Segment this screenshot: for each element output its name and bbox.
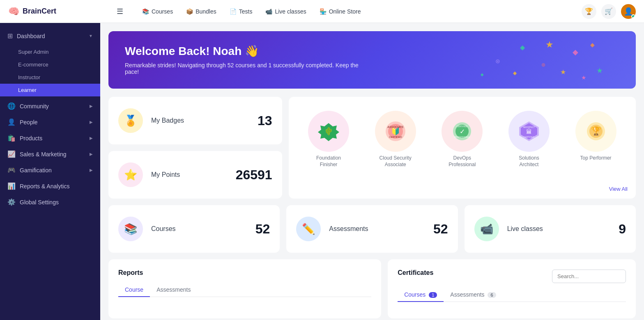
badge-solutions-architect[interactable]: 🏛 ARCHITECT CERTIFIED Solutions Architec… — [508, 111, 550, 168]
live-classes-stat-card[interactable]: 📹 Live classes 9 — [465, 205, 636, 253]
stats-grid: 🏅 My Badges 13 ⭐ My Points 26591 — [108, 97, 636, 199]
sidebar-item-gamification[interactable]: 🎮 Gamification ▶ — [0, 162, 100, 178]
bottom-stats-row: 📚 Courses 52 ✏️ Assessments 52 📹 Live cl… — [108, 205, 636, 253]
cloud-badge-label: Cloud Security Associate — [377, 155, 414, 168]
cart-button[interactable]: 🛒 — [601, 4, 616, 19]
settings-icon: ⚙️ — [7, 198, 16, 206]
welcome-banner: Welcome Back! Noah 👋 Remarkable strides!… — [108, 31, 636, 89]
reports-section: Reports Course Assessments Certificates … — [108, 259, 636, 318]
chevron-right-icon5: ▶ — [90, 168, 93, 172]
nav-live-classes[interactable]: 📹 Live classes — [260, 5, 312, 18]
nav-tests[interactable]: 📄 Tests — [224, 5, 258, 18]
svg-text:PROFESSIONAL: PROFESSIONAL — [454, 136, 470, 138]
reports-course-tab[interactable]: Course — [118, 283, 150, 297]
svg-text:🌵: 🌵 — [324, 127, 334, 136]
sidebar-item-super-admin[interactable]: Super Admin — [0, 46, 100, 58]
courses-icon-wrap: 📚 — [118, 217, 143, 241]
cert-header: Certificates — [398, 269, 626, 283]
certificates-card: Certificates Courses 1 Assessments 6 — [388, 259, 636, 318]
sidebar-sub-dashboard: Super Admin E-commerce Instructor Learne… — [0, 44, 100, 98]
main-content: Welcome Back! Noah 👋 Remarkable strides!… — [100, 23, 644, 320]
reports-assessments-tab[interactable]: Assessments — [150, 283, 197, 297]
chevron-down-icon: ▼ — [89, 34, 93, 38]
reports-card: Reports Course Assessments — [108, 259, 381, 318]
sidebar-item-dashboard[interactable]: ⊞ Dashboard ▼ — [0, 28, 100, 44]
badges-value: 13 — [258, 113, 272, 128]
assessments-stat-card[interactable]: ✏️ Assessments 52 — [286, 205, 458, 253]
community-icon: 🌐 — [7, 102, 16, 110]
devops-badge-svg: ✓ CERTIFIED PROFESSIONAL — [451, 120, 474, 143]
products-icon: 🛍️ — [7, 134, 16, 142]
tests-icon: 📄 — [230, 8, 237, 15]
badge-devops[interactable]: ✓ CERTIFIED PROFESSIONAL DevOps Professi… — [442, 111, 483, 168]
gamification-icon: 🎮 — [7, 166, 16, 174]
nav-courses[interactable]: 📚 Courses — [136, 5, 179, 18]
sidebar-item-learner[interactable]: Learner — [0, 84, 100, 96]
points-label: My Points — [151, 171, 228, 178]
cert-tab-row: Courses 1 Assessments 6 — [398, 288, 626, 302]
avatar[interactable]: 👤 — [621, 4, 636, 19]
live-classes-value: 9 — [619, 222, 626, 237]
trophy-button[interactable]: 🏆 — [582, 4, 596, 19]
nav-bundles[interactable]: 📦 Bundles — [180, 5, 222, 18]
sidebar-item-global-settings[interactable]: ⚙️ Global Settings — [0, 194, 100, 210]
architect-badge-label: Solutions Architect — [511, 155, 547, 168]
svg-text:CERTIFIED: CERTIFIED — [524, 136, 535, 138]
foundation-badge-label: Foundation Finisher — [310, 155, 347, 168]
top-navigation: 🧠 BrainCert ☰ 📚 Courses 📦 Bundles 📄 Test… — [0, 0, 644, 23]
badge-foundation-finisher[interactable]: 🌵 Foundation Finisher — [308, 111, 349, 168]
courses-stat-card[interactable]: 📚 Courses 52 — [108, 205, 280, 253]
store-icon: 🏪 — [320, 8, 327, 15]
menu-toggle[interactable]: ☰ — [117, 7, 123, 16]
reports-tab-row: Course Assessments — [118, 283, 371, 297]
pencil-icon: ✏️ — [302, 223, 315, 235]
sidebar: ⊞ Dashboard ▼ Super Admin E-commerce Ins… — [0, 23, 100, 320]
live-classes-icon-wrap: 📹 — [474, 217, 499, 241]
cert-assessments-badge: 6 — [488, 292, 496, 298]
assessments-value: 52 — [433, 222, 448, 237]
chevron-right-icon3: ▶ — [90, 136, 93, 140]
badges-card-small[interactable]: 🏅 My Badges 13 — [108, 97, 282, 144]
points-icon-wrap: ⭐ — [118, 162, 143, 187]
online-indicator — [631, 14, 635, 18]
main-layout: ⊞ Dashboard ▼ Super Admin E-commerce Ins… — [0, 23, 644, 320]
svg-text:CERTIFIED: CERTIFIED — [389, 136, 402, 138]
badges-label: My Badges — [151, 117, 249, 124]
cert-courses-tab[interactable]: Courses 1 — [398, 288, 444, 302]
dashboard-icon: ⊞ — [7, 32, 13, 40]
assessments-icon-wrap: ✏️ — [296, 217, 321, 241]
devops-badge-label: DevOps Professional — [444, 155, 481, 168]
sidebar-item-sales[interactable]: 📈 Sales & Marketing ▶ — [0, 146, 100, 162]
svg-text:🏆: 🏆 — [591, 126, 601, 136]
sidebar-item-ecommerce[interactable]: E-commerce — [0, 58, 100, 71]
reports-title: Reports — [118, 269, 371, 277]
cert-search-input[interactable] — [552, 270, 626, 283]
sales-icon: 📈 — [7, 150, 16, 158]
nav-online-store[interactable]: 🏪 Online Store — [314, 5, 367, 18]
foundation-badge-svg: 🌵 — [317, 120, 340, 143]
sidebar-item-products[interactable]: 🛍️ Products ▶ — [0, 130, 100, 146]
app-name: BrainCert — [23, 7, 56, 16]
view-all-link[interactable]: View All — [609, 186, 628, 192]
badge-top-performer[interactable]: 🏆 Top Performer — [575, 111, 616, 162]
points-card[interactable]: ⭐ My Points 26591 — [108, 151, 282, 199]
svg-text:CERTIFIED: CERTIFIED — [457, 125, 468, 128]
svg-text:🏛: 🏛 — [526, 128, 532, 135]
badges-showcase: 🌵 Foundation Finisher 🔰 ASSOCIATE — [289, 97, 636, 199]
svg-text:ARCHITECT: ARCHITECT — [523, 126, 535, 128]
sidebar-item-people[interactable]: 👤 People ▶ — [0, 114, 100, 130]
live-icon: 📹 — [265, 8, 272, 15]
points-value: 26591 — [236, 167, 272, 183]
bundles-icon: 📦 — [186, 8, 193, 15]
logo[interactable]: 🧠 BrainCert — [8, 6, 107, 17]
badges-grid: 🌵 Foundation Finisher 🔰 ASSOCIATE — [299, 107, 626, 172]
badge-cloud-security[interactable]: 🔰 ASSOCIATE CERTIFIED Cloud Security Ass… — [375, 111, 416, 168]
sidebar-item-instructor[interactable]: Instructor — [0, 71, 100, 84]
sidebar-item-reports[interactable]: 📊 Reports & Analytics — [0, 178, 100, 194]
sidebar-item-community[interactable]: 🌐 Community ▶ — [0, 98, 100, 114]
architect-badge-svg: 🏛 ARCHITECT CERTIFIED — [518, 120, 540, 143]
top-performer-badge-svg: 🏆 — [584, 120, 607, 143]
cert-assessments-tab[interactable]: Assessments 6 — [444, 288, 502, 302]
left-stats: 🏅 My Badges 13 ⭐ My Points 26591 — [108, 97, 282, 199]
badge-icon: 🏅 — [124, 114, 137, 127]
